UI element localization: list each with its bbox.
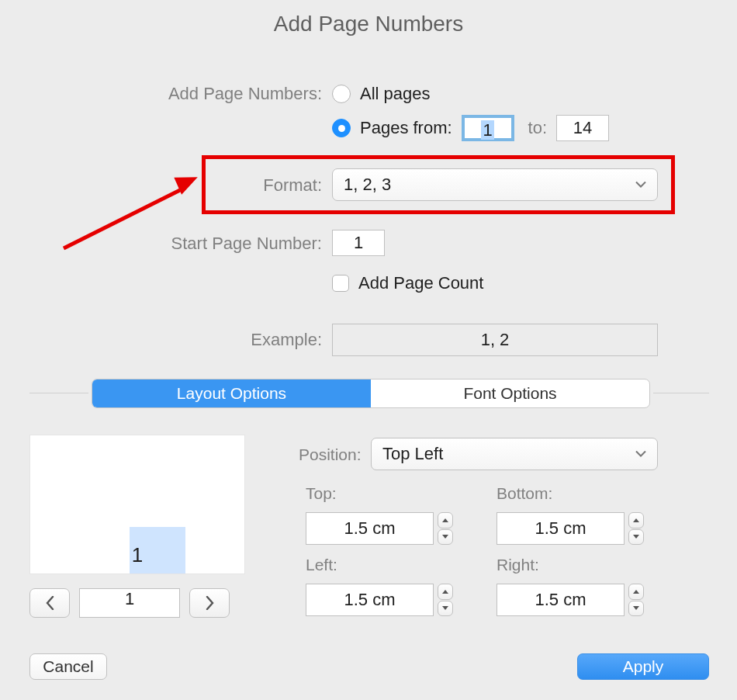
tab-divider-left xyxy=(29,393,88,393)
chevron-left-icon xyxy=(46,596,54,610)
margin-top-step-up[interactable] xyxy=(438,512,453,528)
margin-top-input[interactable]: 1.5 cm xyxy=(306,512,434,545)
example-output: 1, 2 xyxy=(332,324,658,356)
to-label: to: xyxy=(528,118,547,138)
chevron-down-icon xyxy=(442,535,448,539)
page-preview: 1 xyxy=(29,435,245,574)
dialog-title: Add Page Numbers xyxy=(0,12,737,36)
position-label: Position: xyxy=(299,445,362,464)
margin-right-input[interactable]: 1.5 cm xyxy=(497,584,625,616)
position-select-value: Top Left xyxy=(382,444,443,464)
tab-divider-right xyxy=(653,393,709,393)
margin-right-step-up[interactable] xyxy=(628,584,644,600)
apply-button[interactable]: Apply xyxy=(577,653,709,680)
chevron-up-icon xyxy=(633,518,639,522)
margin-top-step-down[interactable] xyxy=(438,529,453,546)
preview-prev-button[interactable] xyxy=(29,588,70,618)
position-select[interactable]: Top Left xyxy=(371,438,658,470)
chevron-up-icon xyxy=(442,518,448,522)
start-page-number-input[interactable]: 1 xyxy=(332,230,385,256)
format-select[interactable]: 1, 2, 3 xyxy=(332,168,658,201)
pages-from-label: Pages from: xyxy=(360,118,452,138)
preview-page-input[interactable]: 1 xyxy=(79,588,180,618)
margin-top-label: Top: xyxy=(306,484,337,503)
options-tabs: Layout Options Font Options xyxy=(92,379,650,408)
margin-bottom-step-down[interactable] xyxy=(628,529,644,546)
margin-left-label: Left: xyxy=(306,556,337,574)
chevron-right-icon xyxy=(206,596,214,610)
add-page-numbers-label: Add Page Numbers: xyxy=(35,84,322,104)
chevron-down-icon xyxy=(633,535,639,539)
pages-to-input[interactable]: 14 xyxy=(556,115,609,141)
chevron-up-icon xyxy=(442,590,448,594)
add-page-count-label: Add Page Count xyxy=(358,273,483,293)
all-pages-label: All pages xyxy=(360,84,431,104)
chevron-down-icon xyxy=(635,182,646,189)
start-page-number-label: Start Page Number: xyxy=(35,234,322,254)
pages-from-radio[interactable] xyxy=(332,119,351,137)
chevron-up-icon xyxy=(633,590,639,594)
chevron-down-icon xyxy=(635,451,646,458)
margin-bottom-label: Bottom: xyxy=(497,484,552,503)
margin-bottom-step-up[interactable] xyxy=(628,512,644,528)
margin-right-label: Right: xyxy=(497,556,539,574)
example-label: Example: xyxy=(35,330,322,350)
pages-from-input[interactable]: 1 xyxy=(462,115,514,141)
format-select-value: 1, 2, 3 xyxy=(344,175,391,195)
margin-left-step-up[interactable] xyxy=(438,584,453,600)
margin-bottom-input[interactable]: 1.5 cm xyxy=(497,512,625,545)
page-preview-number: 1 xyxy=(30,543,244,567)
cancel-button[interactable]: Cancel xyxy=(29,653,107,680)
margin-left-step-down[interactable] xyxy=(438,601,453,617)
tab-layout-options[interactable]: Layout Options xyxy=(92,379,371,407)
add-page-count-checkbox[interactable] xyxy=(332,275,349,292)
tab-font-options[interactable]: Font Options xyxy=(371,379,649,407)
margin-right-step-down[interactable] xyxy=(628,601,644,617)
all-pages-radio[interactable] xyxy=(332,85,351,103)
format-label: Format: xyxy=(35,175,322,196)
chevron-down-icon xyxy=(633,606,639,610)
preview-next-button[interactable] xyxy=(189,588,230,618)
chevron-down-icon xyxy=(442,606,448,610)
margin-left-input[interactable]: 1.5 cm xyxy=(306,584,434,616)
